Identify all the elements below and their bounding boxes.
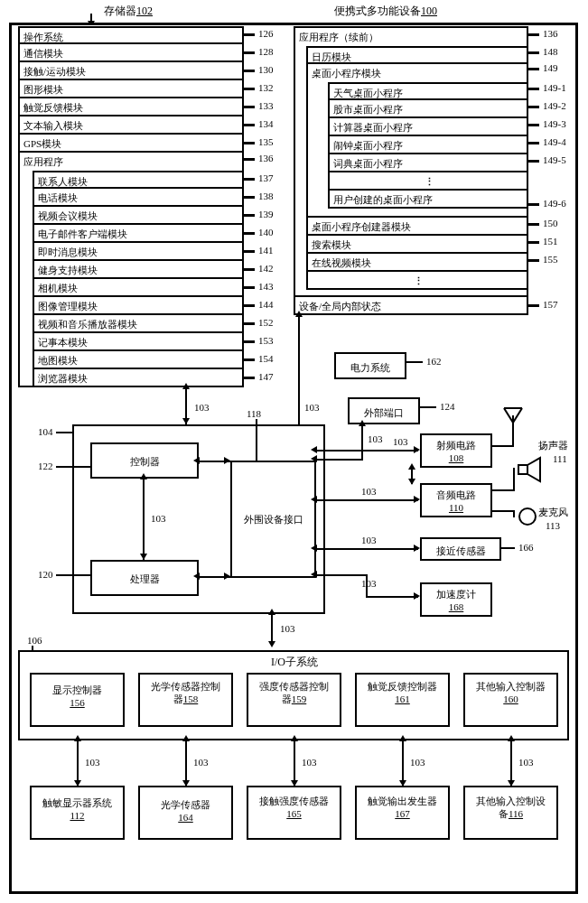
svg-line-1	[504, 408, 513, 423]
row-img-mgmt: 图像管理模块	[33, 297, 244, 315]
row-contact-motion: 接触/运动模块	[18, 62, 244, 80]
num-118: 118	[247, 408, 261, 419]
num-124: 124	[440, 401, 455, 412]
row-email: 电子邮件客户端模块	[33, 225, 244, 243]
num-151: 151	[543, 236, 558, 247]
num-154: 154	[258, 353, 274, 364]
svg-rect-4	[518, 465, 527, 474]
row-user-widget: 用户创建的桌面小程序	[328, 191, 528, 209]
power-box: 电力系统	[334, 352, 406, 379]
num-103g: 103	[361, 535, 377, 545]
row-global-state: 设备/全局内部状态	[294, 297, 528, 315]
other-input-device: 其他输入控制设备116	[463, 786, 558, 840]
num-149: 149	[543, 62, 558, 73]
row-calculator: 计算器桌面小程序	[328, 118, 528, 136]
num-157: 157	[543, 299, 558, 310]
num-104: 104	[38, 426, 53, 437]
other-controller: 其他输入控制器160	[463, 673, 558, 727]
num-138: 138	[258, 191, 274, 201]
row-fitness: 健身支持模块	[33, 261, 244, 279]
num-140: 140	[258, 227, 274, 237]
num-126: 126	[258, 28, 274, 39]
row-comm: 通信模块	[18, 44, 244, 62]
num-103-3: 103	[302, 757, 317, 768]
row-im: 即时消息模块	[33, 243, 244, 261]
row-notepad: 记事本模块	[33, 333, 244, 351]
memory-stack: 操作系统 通信模块 接触/运动模块 图形模块 触觉反馈模块 文本输入模块 GPS…	[18, 26, 244, 387]
num-1492: 149-2	[543, 100, 566, 111]
num-132: 132	[258, 82, 274, 93]
num-103d: 103	[368, 433, 383, 444]
peripherals-box: 外围设备接口	[230, 461, 316, 578]
row-gps: GPS模块	[18, 135, 244, 153]
num-113: 113	[546, 520, 560, 531]
row-ellipsis2: ⋮	[306, 272, 528, 290]
num-150: 150	[543, 218, 558, 228]
row-calendar: 日历模块	[306, 46, 528, 64]
memory-header: 存储器102	[104, 4, 153, 19]
row-apps: 应用程序 联系人模块 电话模块 视频会议模块 电子邮件客户端模块 即时消息模块 …	[18, 153, 244, 387]
row-contacts: 联系人模块	[33, 171, 244, 189]
accel-box: 加速度计168	[420, 582, 492, 617]
num-1493: 149-3	[543, 118, 566, 129]
num-103e: 103	[393, 436, 408, 447]
row-weather: 天气桌面小程序	[328, 82, 528, 100]
num-144: 144	[258, 299, 274, 310]
num-135: 135	[258, 136, 274, 147]
num-134: 134	[258, 118, 274, 129]
row-search: 搜索模块	[306, 236, 528, 254]
row-stocks: 股市桌面小程序	[328, 100, 528, 118]
num-1496: 149-6	[543, 198, 566, 209]
row-apps-cont: 应用程序（续前） 日历模块 桌面小程序模块 天气桌面小程序 股市桌面小程序 计算…	[294, 26, 528, 297]
num-166: 166	[518, 542, 534, 553]
rf-box: 射频电路108	[420, 433, 492, 468]
svg-marker-5	[527, 458, 540, 481]
row-online-video: 在线视频模块	[306, 254, 528, 272]
row-media-player: 视频和音乐播放器模块	[33, 315, 244, 333]
display-controller: 显示控制器156	[30, 673, 125, 727]
optical-controller: 光学传感器控制器158	[138, 673, 233, 727]
row-browser: 浏览器模块	[33, 369, 244, 387]
intensity-sensor: 接触强度传感器165	[247, 786, 341, 840]
row-video-conf: 视频会议模块	[33, 207, 244, 225]
num-103-4: 103	[410, 757, 425, 768]
antenna-icon	[499, 406, 527, 447]
num-1495: 149-5	[543, 154, 566, 165]
num-r136: 136	[543, 28, 558, 39]
row-phone: 电话模块	[33, 189, 244, 207]
row-camera: 相机模块	[33, 279, 244, 297]
row-ellipsis: ⋮	[328, 172, 528, 191]
num-136: 136	[258, 153, 274, 163]
audio-box: 音频电路110	[420, 483, 492, 517]
haptic-generator: 触觉输出发生器167	[355, 786, 450, 840]
proximity-box: 接近传感器	[420, 537, 501, 561]
row-os: 操作系统	[18, 26, 244, 44]
num-147: 147	[258, 371, 274, 382]
haptic-controller: 触觉反馈控制器161	[355, 673, 450, 727]
num-1491: 149-1	[543, 82, 566, 93]
num-128: 128	[258, 46, 274, 57]
num-155: 155	[543, 254, 558, 265]
num-103i: 103	[280, 623, 295, 634]
num-103b: 103	[304, 402, 320, 413]
num-137: 137	[258, 172, 274, 183]
row-alarm: 闹钟桌面小程序	[328, 136, 528, 154]
num-1494: 149-4	[543, 136, 566, 147]
num-148: 148	[543, 46, 558, 57]
num-143: 143	[258, 281, 274, 292]
num-103a: 103	[194, 402, 210, 413]
num-133: 133	[258, 100, 274, 111]
row-maps: 地图模块	[33, 351, 244, 369]
speaker-label: 扬声器	[538, 439, 568, 452]
num-139: 139	[258, 209, 274, 219]
num-120: 120	[38, 569, 53, 580]
touch-display: 触敏显示器系统112	[30, 786, 125, 840]
num-141: 141	[258, 245, 274, 256]
mic-icon	[517, 506, 538, 527]
device-stack: 应用程序（续前） 日历模块 桌面小程序模块 天气桌面小程序 股市桌面小程序 计算…	[294, 26, 528, 315]
speaker-icon	[517, 456, 549, 483]
svg-line-2	[513, 408, 522, 423]
svg-point-6	[519, 508, 536, 525]
row-text-input: 文本输入模块	[18, 116, 244, 135]
num-122: 122	[38, 461, 53, 471]
